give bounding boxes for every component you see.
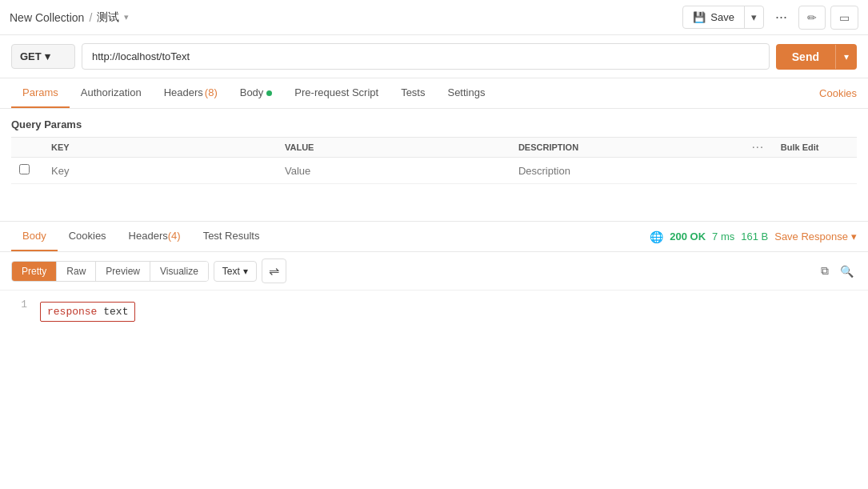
view-tabs: Pretty Raw Preview Visualize bbox=[11, 261, 209, 282]
breadcrumb-chevron-icon[interactable]: ▾ bbox=[124, 12, 129, 22]
edit-button[interactable]: ✏ bbox=[798, 6, 826, 30]
collection-name: New Collection bbox=[10, 11, 84, 24]
body-dot bbox=[266, 90, 272, 96]
view-tab-preview[interactable]: Preview bbox=[96, 262, 150, 281]
status-code: 200 OK bbox=[670, 230, 706, 242]
code-keyword: response bbox=[47, 306, 97, 318]
search-icon: 🔍 bbox=[840, 265, 854, 278]
response-size: 161 B bbox=[741, 230, 768, 242]
current-request-name: 测试 bbox=[97, 10, 119, 25]
code-line-1: 1 response text bbox=[11, 299, 857, 325]
copy-icon: ⧉ bbox=[821, 264, 829, 277]
code-box: response text bbox=[40, 302, 135, 322]
col-value: VALUE bbox=[277, 138, 510, 158]
row-checkbox[interactable] bbox=[19, 164, 30, 174]
tab-headers[interactable]: Headers(8) bbox=[153, 78, 229, 108]
view-tab-pretty[interactable]: Pretty bbox=[12, 262, 57, 281]
more-options-button[interactable]: ··· bbox=[769, 6, 794, 29]
response-view-bar: Pretty Raw Preview Visualize Text ▾ ⇌ ⧉ … bbox=[0, 252, 868, 291]
wrap-button[interactable]: ⇌ bbox=[262, 259, 286, 283]
col-more[interactable]: ··· bbox=[744, 138, 773, 158]
resp-tab-body[interactable]: Body bbox=[11, 222, 58, 251]
send-button-group: Send ▾ bbox=[776, 44, 857, 70]
save-dropdown-button[interactable]: ▾ bbox=[744, 6, 763, 28]
response-section: Body Cookies Headers(4) Test Results 🌐 2… bbox=[0, 221, 868, 333]
key-input[interactable] bbox=[51, 165, 269, 177]
top-bar-actions: 💾 Save ▾ ··· ✏ ▭ bbox=[682, 6, 858, 30]
params-table: KEY VALUE DESCRIPTION ··· Bulk Edit bbox=[11, 137, 857, 184]
response-tabs: Body Cookies Headers(4) Test Results 🌐 2… bbox=[0, 222, 868, 252]
query-params-label: Query Params bbox=[11, 118, 857, 130]
wrap-icon: ⇌ bbox=[269, 264, 279, 278]
url-input[interactable] bbox=[82, 43, 770, 70]
response-time: 7 ms bbox=[712, 230, 734, 242]
line-number: 1 bbox=[11, 299, 27, 325]
url-bar: GET ▾ Send ▾ bbox=[0, 35, 868, 78]
save-label: Save bbox=[710, 11, 734, 23]
tab-settings[interactable]: Settings bbox=[436, 78, 496, 108]
comment-icon: ▭ bbox=[839, 11, 850, 24]
format-selector[interactable]: Text ▾ bbox=[214, 261, 257, 282]
query-params-section: Query Params KEY VALUE DESCRIPTION ··· B… bbox=[0, 109, 868, 189]
send-button[interactable]: Send bbox=[776, 44, 835, 70]
view-tab-visualize[interactable]: Visualize bbox=[150, 262, 208, 281]
code-output: 1 response text bbox=[0, 291, 868, 333]
method-label: GET bbox=[20, 50, 42, 62]
request-tabs: Params Authorization Headers(8) Body Pre… bbox=[0, 78, 868, 109]
breadcrumb-separator: / bbox=[89, 11, 92, 24]
send-dropdown-button[interactable]: ▾ bbox=[835, 45, 857, 69]
tab-tests[interactable]: Tests bbox=[390, 78, 436, 108]
code-text: text bbox=[97, 306, 128, 318]
edit-icon: ✏ bbox=[807, 11, 817, 24]
save-button[interactable]: 💾 Save bbox=[683, 6, 744, 28]
value-input[interactable] bbox=[285, 165, 502, 177]
tab-pre-request[interactable]: Pre-request Script bbox=[283, 78, 390, 108]
col-key: KEY bbox=[43, 138, 277, 158]
globe-icon: 🌐 bbox=[650, 230, 663, 243]
bulk-edit-button[interactable]: Bulk Edit bbox=[773, 138, 857, 158]
tab-authorization[interactable]: Authorization bbox=[70, 78, 153, 108]
comment-button[interactable]: ▭ bbox=[830, 6, 858, 30]
copy-button[interactable]: ⧉ bbox=[818, 261, 832, 281]
resp-tab-test-results[interactable]: Test Results bbox=[192, 222, 271, 251]
view-actions: ⧉ 🔍 bbox=[818, 261, 857, 281]
description-input[interactable] bbox=[518, 165, 736, 177]
save-response-button[interactable]: Save Response ▾ bbox=[774, 230, 857, 242]
table-row bbox=[11, 158, 857, 184]
view-tab-raw[interactable]: Raw bbox=[57, 262, 96, 281]
search-button[interactable]: 🔍 bbox=[837, 261, 857, 281]
cookies-link[interactable]: Cookies bbox=[819, 79, 857, 107]
method-chevron-icon: ▾ bbox=[45, 50, 50, 62]
method-selector[interactable]: GET ▾ bbox=[11, 44, 75, 69]
resp-tab-headers[interactable]: Headers(4) bbox=[118, 222, 192, 251]
resp-tab-cookies[interactable]: Cookies bbox=[58, 222, 118, 251]
top-bar: New Collection / 测试 ▾ 💾 Save ▾ ··· ✏ ▭ bbox=[0, 0, 868, 35]
save-floppy-icon: 💾 bbox=[693, 11, 706, 23]
tab-body[interactable]: Body bbox=[229, 78, 284, 108]
col-description: DESCRIPTION bbox=[510, 138, 744, 158]
save-button-group: 💾 Save ▾ bbox=[682, 6, 764, 29]
response-status: 🌐 200 OK 7 ms 161 B Save Response ▾ bbox=[650, 230, 857, 243]
tab-params[interactable]: Params bbox=[11, 78, 70, 108]
breadcrumb: New Collection / 测试 ▾ bbox=[10, 10, 129, 25]
